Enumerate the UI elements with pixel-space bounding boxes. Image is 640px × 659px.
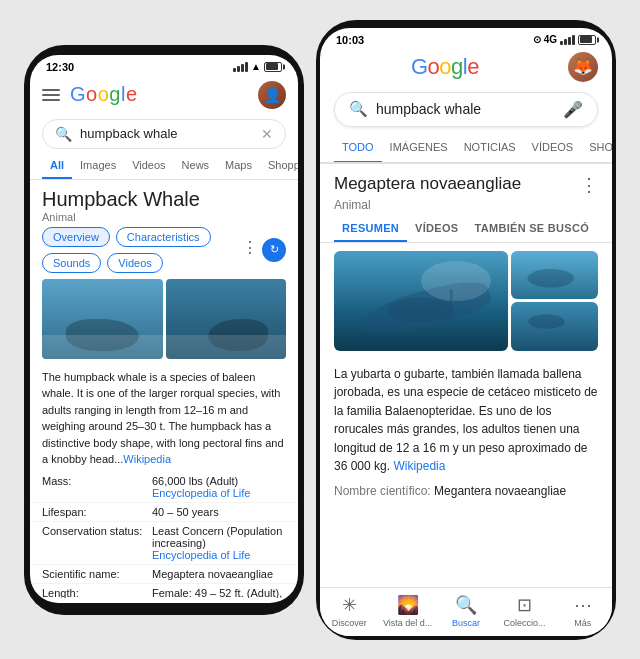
svg-point-0 (388, 297, 455, 322)
left-screen: 12:30 ▲ Google (30, 55, 298, 603)
nav-discover-label: Discover (332, 618, 367, 628)
right-kp-scroll[interactable]: Megaptera novaeangliae ⋮ Animal RESUMEN … (320, 164, 612, 592)
right-phone: 10:03 ⊙ 4G Google (316, 20, 616, 640)
kp-icon-buttons: ⋮ ↻ (242, 238, 286, 262)
more-vert-icon-right[interactable]: ⋮ (580, 174, 598, 196)
nav-colecciones[interactable]: ⊡ Coleccio... (495, 594, 553, 628)
nav-vista[interactable]: 🌄 Vista del d... (378, 594, 436, 628)
signal-indicator: ⊙ (533, 34, 541, 45)
tab-videos[interactable]: Videos (124, 153, 173, 179)
search-icon-right: 🔍 (349, 100, 368, 118)
kp-fact-lifespan: Lifespan: 40 – 50 years (30, 503, 298, 522)
left-kp-scroll[interactable]: Humpback Whale Animal Overview Character… (30, 180, 298, 598)
hamburger-icon[interactable] (42, 89, 60, 101)
colecciones-icon: ⊡ (517, 594, 532, 616)
battery-icon-right (578, 35, 596, 45)
kp-chips: Overview Characteristics Sounds Videos (42, 227, 238, 273)
right-whale-image-main[interactable] (334, 251, 508, 351)
nav-mas[interactable]: ⋯ Más (554, 594, 612, 628)
mas-icon: ⋯ (574, 594, 592, 616)
nav-buscar[interactable]: 🔍 Buscar (437, 594, 495, 628)
right-topbar: Google (320, 48, 612, 86)
chip-sounds[interactable]: Sounds (42, 253, 101, 273)
kp-fact-conservation: Conservation status: Least Concern (Popu… (30, 522, 298, 565)
right-tab-sho[interactable]: SHO (581, 133, 612, 164)
rkp-subtab-resumen[interactable]: RESUMEN (334, 216, 407, 242)
network-type: 4G (544, 34, 557, 45)
left-search-bar[interactable]: 🔍 humpback whale ✕ (42, 119, 286, 149)
google-logo-left: Google (70, 83, 137, 106)
right-tab-todo[interactable]: TODO (334, 133, 382, 164)
mic-icon[interactable]: 🎤 (563, 100, 583, 119)
right-status-icons: ⊙ 4G (533, 34, 596, 45)
right-whale-image-top[interactable] (511, 251, 598, 300)
wiki-link-left[interactable]: Wikipedia (123, 453, 171, 465)
right-search-tabs: TODO IMÁGENES NOTICIAS VÍDEOS SHO (320, 133, 612, 164)
nav-discover[interactable]: ✳ Discover (320, 594, 378, 628)
signal-bars-right (560, 35, 575, 45)
tab-all[interactable]: All (42, 153, 72, 179)
chip-characteristics[interactable]: Characteristics (116, 227, 211, 247)
encylopedia-link-2[interactable]: Encyclopedia of Life (152, 549, 250, 561)
kp-actions: Overview Characteristics Sounds Videos ⋮… (30, 227, 298, 273)
rkp-subtab-videos[interactable]: VÍDEOS (407, 216, 466, 242)
right-tab-imagenes[interactable]: IMÁGENES (382, 133, 456, 164)
encylopedia-link-1[interactable]: Encyclopedia of Life (152, 487, 250, 499)
left-search-tabs: All Images Videos News Maps Shopping (30, 153, 298, 180)
whale-image-2[interactable] (166, 279, 287, 359)
right-status-bar: 10:03 ⊙ 4G (320, 28, 612, 48)
kp-title-left: Humpback Whale (30, 180, 298, 211)
right-screen: 10:03 ⊙ 4G Google (320, 28, 612, 636)
rkp-fact-sciname: Nombre científico: Megantera novaeanglia… (320, 482, 612, 500)
wiki-link-right[interactable]: Wikipedia (393, 459, 445, 473)
rkp-subtabs: RESUMEN VÍDEOS TAMBIÉN SE BUSCÓ (320, 216, 612, 243)
chip-overview[interactable]: Overview (42, 227, 110, 247)
google-logo-right: Google (411, 54, 479, 80)
discover-icon: ✳ (342, 594, 357, 616)
whale-images-left (42, 279, 286, 359)
avatar-left[interactable] (258, 81, 286, 109)
left-status-icons: ▲ (233, 61, 282, 72)
kp-desc-left: The humpback whale is a species of balee… (30, 365, 298, 472)
tab-maps[interactable]: Maps (217, 153, 260, 179)
signal-icon (233, 62, 248, 72)
nav-mas-label: Más (574, 618, 591, 628)
nav-buscar-label: Buscar (452, 618, 480, 628)
close-icon[interactable]: ✕ (261, 126, 273, 142)
whale-image-1[interactable] (42, 279, 163, 359)
refresh-icon[interactable]: ↻ (262, 238, 286, 262)
tab-images[interactable]: Images (72, 153, 124, 179)
right-search-query[interactable]: humpback whale (376, 101, 555, 117)
rkp-header: Megaptera novaeangliae ⋮ (320, 164, 612, 198)
bottom-nav: ✳ Discover 🌄 Vista del d... 🔍 Buscar ⊡ C… (320, 587, 612, 636)
buscar-icon: 🔍 (455, 594, 477, 616)
left-search-query[interactable]: humpback whale (80, 126, 253, 141)
whale-svg-left (369, 281, 473, 331)
svg-point-1 (528, 269, 575, 288)
more-vert-icon[interactable]: ⋮ (242, 238, 258, 262)
right-tab-noticias[interactable]: NOTICIAS (456, 133, 524, 164)
vista-icon: 🌄 (397, 594, 419, 616)
tab-shopping[interactable]: Shopping (260, 153, 298, 179)
search-icon-left: 🔍 (55, 126, 72, 142)
left-time: 12:30 (46, 61, 74, 73)
kp-fact-length: Length: Female: 49 – 52 ft. (Adult), Mal… (30, 584, 298, 598)
wifi-icon: ▲ (251, 61, 261, 72)
kp-fact-sciname: Scientific name: Megaptera novaeangliae (30, 565, 298, 584)
battery-icon (264, 62, 282, 72)
avatar-right[interactable] (568, 52, 598, 82)
rkp-subtab-tambien[interactable]: TAMBIÉN SE BUSCÓ (466, 216, 597, 242)
right-time: 10:03 (336, 34, 364, 46)
kp-subtitle-left: Animal (30, 211, 298, 227)
right-tab-videos[interactable]: VÍDEOS (524, 133, 582, 164)
right-whale-image-bot[interactable] (511, 302, 598, 351)
tab-news[interactable]: News (174, 153, 218, 179)
chip-videos[interactable]: Videos (107, 253, 162, 273)
left-topbar: Google (30, 75, 298, 115)
right-whale-images-side (511, 251, 598, 351)
svg-point-2 (528, 314, 564, 329)
rkp-subtitle: Animal (320, 198, 612, 216)
right-search-bar[interactable]: 🔍 humpback whale 🎤 (334, 92, 598, 127)
kp-fact-mass: Mass: 66,000 lbs (Adult) Encyclopedia of… (30, 472, 298, 503)
nav-vista-label: Vista del d... (383, 618, 432, 628)
